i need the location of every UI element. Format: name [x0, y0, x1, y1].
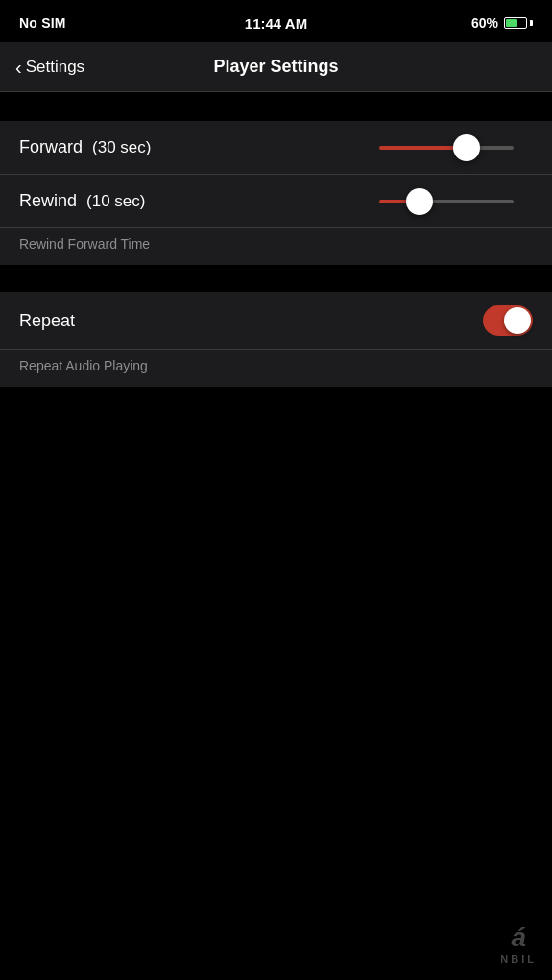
forward-slider-container[interactable]: [379, 146, 533, 150]
rewind-slider-container[interactable]: [379, 200, 533, 203]
rewind-slider-track: [379, 200, 514, 203]
chevron-left-icon: ‹: [15, 58, 22, 77]
forward-slider-thumb[interactable]: [453, 134, 480, 161]
battery-body: [504, 17, 527, 29]
battery-fill: [506, 19, 517, 27]
forward-rewind-caption: Rewind Forward Time: [0, 228, 552, 265]
repeat-label: Repeat: [19, 311, 75, 331]
back-label: Settings: [26, 58, 84, 77]
repeat-toggle-knob: [504, 307, 531, 334]
forward-slider-track: [379, 146, 514, 150]
settings-content: Forward (30 sec) Rewind (10 sec) Rewin: [0, 92, 552, 387]
repeat-caption: Repeat Audio Playing: [0, 350, 552, 387]
page-title: Player Settings: [213, 57, 338, 77]
status-bar: No SIM 11:44 AM 60%: [0, 0, 552, 42]
forward-rewind-group: Forward (30 sec) Rewind (10 sec) Rewin: [0, 121, 552, 265]
status-right: 60%: [471, 15, 533, 31]
repeat-toggle[interactable]: [483, 305, 533, 336]
group-gap: [0, 265, 552, 292]
rewind-slider-thumb[interactable]: [406, 188, 433, 215]
time-label: 11:44 AM: [245, 15, 307, 32]
repeat-row: Repeat: [0, 292, 552, 350]
rewind-label: Rewind: [19, 191, 77, 211]
battery-icon: [504, 17, 533, 29]
repeat-group: Repeat Repeat Audio Playing: [0, 292, 552, 387]
watermark-text: NBIL: [500, 953, 537, 965]
rewind-row: Rewind (10 sec): [0, 175, 552, 228]
back-button[interactable]: ‹ Settings: [15, 58, 84, 77]
watermark-symbol: á: [500, 922, 537, 953]
forward-row: Forward (30 sec): [0, 121, 552, 175]
carrier-label: No SIM: [19, 15, 66, 31]
nav-bar: ‹ Settings Player Settings: [0, 42, 552, 92]
battery-tip: [530, 20, 533, 26]
forward-value: (30 sec): [92, 138, 151, 157]
rewind-value: (10 sec): [86, 192, 145, 211]
watermark: á NBIL: [500, 922, 537, 965]
forward-label: Forward: [19, 137, 83, 157]
battery-percent: 60%: [471, 15, 498, 31]
